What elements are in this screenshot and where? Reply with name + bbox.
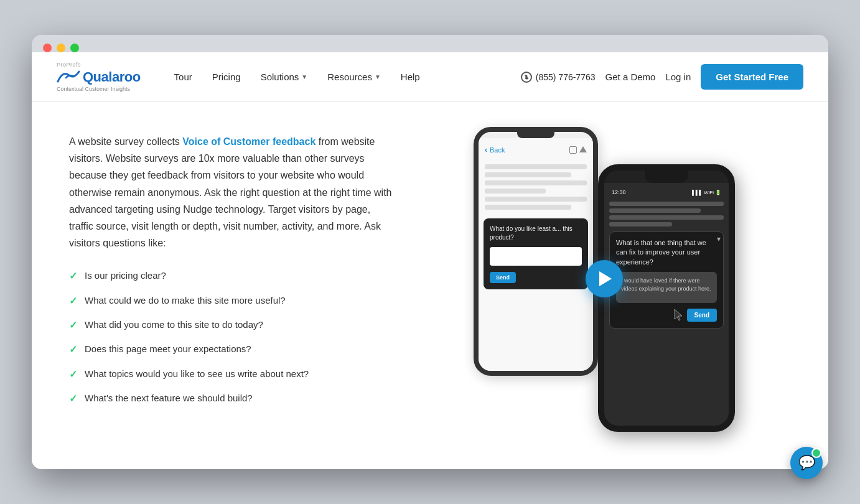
front-content-line bbox=[609, 208, 701, 213]
front-time: 12:30 bbox=[612, 189, 626, 195]
qualaroo-logo-icon bbox=[57, 69, 80, 85]
nav-right: (855) 776-7763 Get a Demo Log in Get Sta… bbox=[521, 64, 803, 90]
list-item: ✓ Is our pricing clear? bbox=[69, 269, 393, 283]
checklist-text: What's the next feature we should build? bbox=[85, 391, 253, 404]
back-phone-icons bbox=[569, 146, 587, 154]
nav-solutions[interactable]: Solutions ▼ bbox=[252, 67, 317, 87]
nav-tour[interactable]: Tour bbox=[166, 67, 201, 87]
phone-front-mockup: 12:30 ▌▌▌ WiFi 🔋 bbox=[598, 164, 735, 432]
front-survey-answer: I would have loved if there were videos … bbox=[616, 272, 717, 303]
back-icon-triangle bbox=[579, 146, 587, 152]
front-phone-notch bbox=[645, 170, 688, 183]
play-button[interactable] bbox=[586, 260, 623, 297]
back-send-button[interactable]: Send bbox=[490, 272, 516, 283]
back-survey-question: What do you like least a... this product… bbox=[490, 225, 582, 242]
resources-chevron-icon: ▼ bbox=[375, 73, 381, 80]
battery-icon: 🔋 bbox=[715, 190, 721, 195]
cursor-icon bbox=[673, 308, 685, 322]
content-line bbox=[485, 205, 571, 210]
back-phone-notch bbox=[517, 132, 554, 138]
logo-tagline: Contextual Customer Insights bbox=[57, 86, 141, 92]
list-item: ✓ What's the next feature we should buil… bbox=[69, 391, 393, 406]
checklist: ✓ Is our pricing clear? ✓ What could we … bbox=[69, 269, 393, 406]
phone-section: ‹ Back bbox=[418, 127, 791, 438]
checkmark-icon: ✓ bbox=[69, 343, 77, 357]
checkmark-icon: ✓ bbox=[69, 368, 77, 381]
front-send-area: Send bbox=[616, 308, 717, 322]
nav-help[interactable]: Help bbox=[392, 67, 429, 87]
phone-number: (855) 776-7763 bbox=[536, 72, 596, 82]
checklist-text: What could we do to make this site more … bbox=[85, 294, 286, 307]
nav-links: Tour Pricing Solutions ▼ Resources ▼ Hel… bbox=[166, 67, 521, 87]
list-item: ✓ What could we do to make this site mor… bbox=[69, 294, 393, 308]
front-content-line bbox=[609, 215, 724, 220]
get-demo-link[interactable]: Get a Demo bbox=[605, 72, 656, 82]
solutions-chevron-icon: ▼ bbox=[301, 73, 307, 80]
list-item: ✓ What topics would you like to see us w… bbox=[69, 367, 393, 381]
content-line bbox=[485, 197, 587, 202]
chevron-down-icon: ▾ bbox=[717, 235, 721, 243]
phone-back-mockup: ‹ Back bbox=[474, 127, 598, 376]
maximize-button[interactable] bbox=[70, 44, 79, 52]
list-item: ✓ What did you come to this site to do t… bbox=[69, 318, 393, 332]
front-screen-lines bbox=[609, 202, 724, 226]
description-part1: A website survey collects bbox=[69, 136, 182, 147]
front-status-bar: 12:30 ▌▌▌ WiFi 🔋 bbox=[609, 188, 724, 197]
back-phone-screen: ‹ Back bbox=[479, 138, 593, 371]
checklist-text: Is our pricing clear? bbox=[85, 269, 166, 282]
front-content-line bbox=[609, 202, 724, 206]
main-content: A website survey collects Voice of Custo… bbox=[32, 102, 828, 469]
dropdown-indicator: ▾ bbox=[717, 235, 721, 243]
close-button[interactable] bbox=[43, 44, 52, 52]
back-arrow-icon: ‹ bbox=[485, 146, 487, 154]
checklist-text: Does this page meet your expectations? bbox=[85, 342, 251, 355]
traffic-lights bbox=[43, 44, 79, 52]
checkmark-icon: ✓ bbox=[69, 319, 77, 332]
checklist-text: What topics would you like to see us wri… bbox=[85, 367, 309, 380]
nav-resources[interactable]: Resources ▼ bbox=[319, 67, 390, 87]
minimize-button[interactable] bbox=[57, 44, 65, 52]
checkmark-icon: ✓ bbox=[69, 294, 77, 308]
description-paragraph: A website survey collects Voice of Custo… bbox=[69, 133, 393, 251]
checklist-text: What did you come to this site to do tod… bbox=[85, 318, 263, 331]
checkmark-icon: ✓ bbox=[69, 269, 77, 283]
content-line bbox=[485, 172, 571, 177]
content-line bbox=[485, 180, 587, 185]
back-label: Back bbox=[490, 146, 505, 154]
front-content-line bbox=[609, 222, 672, 226]
browser-window: ProProfs Qualaroo Contextual Customer In… bbox=[32, 35, 828, 469]
get-started-button[interactable]: Get Started Free bbox=[701, 64, 803, 90]
back-survey-input bbox=[490, 247, 582, 266]
navbar: ProProfs Qualaroo Contextual Customer In… bbox=[32, 52, 828, 102]
phone-mockup-container: ‹ Back bbox=[474, 127, 735, 438]
logo-main: Qualaroo bbox=[57, 69, 141, 85]
wifi-icon: WiFi bbox=[704, 190, 714, 195]
signal-icon: ▌▌▌ bbox=[692, 190, 703, 195]
play-triangle-icon bbox=[599, 271, 612, 286]
front-send-button[interactable]: Send bbox=[687, 309, 717, 322]
chat-widget[interactable]: 💬 bbox=[790, 447, 823, 479]
back-phone-lines bbox=[484, 162, 588, 212]
chat-icon: 💬 bbox=[798, 455, 815, 471]
front-survey-widget: ▾ What is that one thing that we can fix… bbox=[609, 231, 724, 329]
content-line bbox=[485, 164, 587, 169]
logo-area[interactable]: ProProfs Qualaroo Contextual Customer In… bbox=[57, 62, 141, 92]
description-part2: from website visitors. Website surveys a… bbox=[69, 136, 391, 248]
proprofs-label: ProProfs bbox=[57, 62, 141, 68]
phone-icon bbox=[521, 72, 532, 83]
login-link[interactable]: Log in bbox=[665, 72, 691, 82]
browser-chrome bbox=[32, 35, 828, 52]
voc-link[interactable]: Voice of Customer feedback bbox=[182, 136, 315, 147]
checkmark-icon: ✓ bbox=[69, 392, 77, 406]
text-section: A website survey collects Voice of Custo… bbox=[69, 127, 393, 406]
front-survey-question: What is that one thing that we can fix t… bbox=[616, 238, 717, 267]
list-item: ✓ Does this page meet your expectations? bbox=[69, 342, 393, 357]
brand-name: Qualaroo bbox=[83, 69, 141, 85]
website-content: ProProfs Qualaroo Contextual Customer In… bbox=[32, 52, 828, 469]
content-line bbox=[485, 189, 546, 194]
front-phone-screen: 12:30 ▌▌▌ WiFi 🔋 bbox=[604, 183, 729, 426]
back-icon-square bbox=[569, 146, 577, 154]
nav-pricing[interactable]: Pricing bbox=[203, 67, 250, 87]
back-survey-widget: What do you like least a... this product… bbox=[484, 218, 588, 289]
back-phone-header: ‹ Back bbox=[484, 143, 588, 157]
